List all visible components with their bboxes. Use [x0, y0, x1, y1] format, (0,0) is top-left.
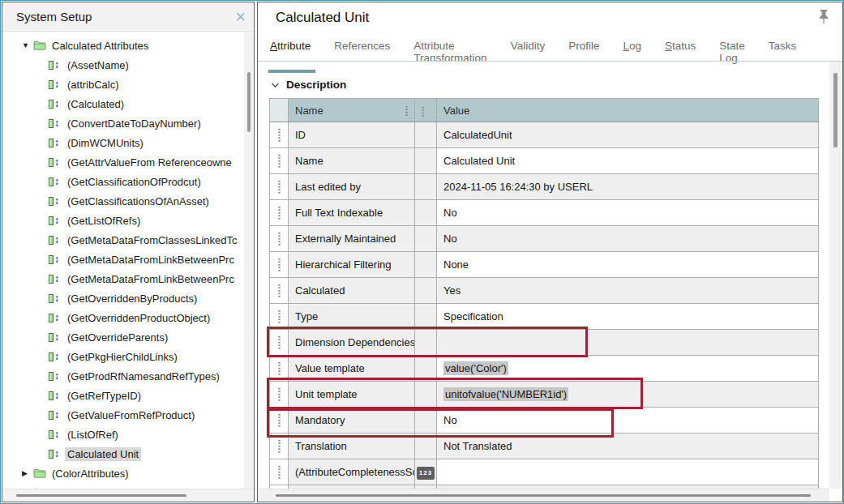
tree-item[interactable]: ↕(GetOverrideParents) — [2, 327, 244, 347]
tree-folder-calculated-attributes[interactable]: ▼ Calculated Attributes — [2, 36, 244, 55]
tree-folder-colorattributes[interactable]: ▶ (ColorAttributes) — [2, 463, 244, 483]
left-vertical-scrollbar-thumb[interactable] — [247, 72, 251, 132]
tab-tasks[interactable]: Tasks — [769, 40, 797, 71]
left-horizontal-scrollbar-thumb[interactable] — [16, 494, 186, 497]
right-vertical-scrollbar-thumb[interactable] — [833, 73, 838, 147]
attribute-icon: ↕ — [49, 197, 65, 206]
row-name: Full Text Indexable — [289, 200, 415, 226]
row-value[interactable]: Specification — [437, 304, 819, 330]
tree-item-label: (GetListOfRefs) — [65, 214, 143, 228]
tree-item-label: Calculated Unit — [65, 447, 141, 461]
tab-attribute[interactable]: Attribute — [270, 40, 311, 71]
tab-status[interactable]: Status — [665, 40, 696, 71]
row-value[interactable]: Yes — [437, 278, 819, 304]
column-menu-icon[interactable] — [405, 105, 408, 116]
tree-item[interactable]: ↕(GetValueFromRefProduct) — [2, 405, 244, 425]
table-row-name: NameCalculated Unit — [270, 148, 819, 174]
table-row-id: IDCalculatedUnit — [270, 122, 819, 148]
row-value[interactable]: No — [437, 226, 819, 252]
tree-item[interactable]: ↕(GetAttrValueFrom Referenceowne — [2, 152, 244, 172]
expand-arrow-icon[interactable]: ▼ — [22, 41, 33, 49]
folder-icon — [33, 41, 49, 50]
tree-item[interactable]: ↕(GetRefTypeID) — [2, 386, 244, 405]
attribute-icon: ↕ — [49, 216, 65, 225]
table-row-full-text-indexable: Full Text IndexableNo — [270, 200, 819, 226]
tab-references[interactable]: References — [334, 40, 390, 71]
right-horizontal-scrollbar[interactable] — [258, 489, 829, 502]
tree-item[interactable]: ↕(DimWCMUnits) — [2, 133, 244, 152]
tree-item-label: (GetMetaDataFromLinkBetweenPrc — [65, 272, 237, 286]
left-panel-title: System Setup — [16, 10, 235, 23]
row-name: Unit template — [289, 382, 415, 408]
tree-item[interactable]: ↕(GetMetaDataFromClassesLinkedTc — [2, 230, 244, 250]
tree-item[interactable]: ↕(ListOfRef) — [2, 425, 244, 444]
tree-item[interactable]: ↕(GetOverriddenProductObject) — [2, 308, 244, 327]
row-value[interactable]: Not Translated — [437, 434, 819, 459]
right-horizontal-scrollbar-thumb[interactable] — [276, 494, 811, 497]
drag-handle-icon — [278, 361, 281, 375]
tab-log[interactable]: Log — [623, 40, 641, 71]
tree-item-label: (ConvertDateToDayNumber) — [65, 117, 204, 130]
right-vertical-scrollbar[interactable] — [829, 62, 842, 489]
tree-item[interactable]: ↕(attribCalc) — [2, 75, 244, 94]
tree-item[interactable]: ↕(GetClassificationsOfAnAsset) — [2, 191, 244, 211]
attribute-icon: ↕ — [49, 255, 65, 264]
tree-item[interactable]: ↕(GetOverriddenByProducts) — [2, 288, 244, 308]
left-horizontal-scrollbar[interactable] — [2, 489, 254, 502]
table-header-row: Name Value — [270, 99, 819, 122]
tab-profile[interactable]: Profile — [568, 40, 599, 71]
tab-state-log[interactable]: State Log — [719, 40, 745, 71]
attribute-icon: ↕ — [49, 450, 65, 459]
row-value[interactable]: CalculatedUnit — [437, 122, 819, 148]
tree-item[interactable]: ↕(GetProdRfNamesandRefTypes) — [2, 366, 244, 386]
tree-item[interactable]: ↕(GetPkgHierChildLinks) — [2, 347, 244, 366]
row-value[interactable]: 2024-11-05 16:24:30 by USERL — [437, 174, 819, 200]
row-value[interactable] — [437, 330, 819, 356]
drag-handle-icon — [278, 128, 281, 142]
tree-item[interactable]: ↕(GetListOfRefs) — [2, 211, 244, 230]
table-row-translation: TranslationNot Translated — [270, 434, 819, 459]
header-name[interactable]: Name — [289, 99, 415, 122]
chevron-down-icon[interactable] — [271, 82, 280, 88]
tree-item[interactable]: ↕(GetMetaDataFromLinkBetweenPrc — [2, 269, 244, 288]
drag-handle-icon — [278, 154, 281, 168]
attribute-icon: ↕ — [49, 294, 65, 303]
header-value[interactable]: Value — [437, 99, 819, 122]
table-row-calculated: CalculatedYes — [270, 278, 819, 304]
tab-validity[interactable]: Validity — [511, 40, 546, 71]
column-menu-icon[interactable] — [422, 106, 424, 117]
attribute-icon: ↕ — [49, 100, 65, 109]
row-value[interactable]: Calculated Unit — [437, 148, 819, 174]
tree-item[interactable]: ↕(GetClassificationOfProdcut) — [2, 172, 244, 191]
row-value[interactable]: No — [437, 200, 819, 226]
tree-item[interactable]: ↕(ConvertDateToDayNumber) — [2, 113, 244, 133]
row-value[interactable]: No — [437, 408, 819, 434]
tree-item-label: (GetClassificationOfProdcut) — [65, 175, 204, 189]
row-value[interactable] — [437, 459, 819, 485]
table-row-dimension-dependencies: Dimension Dependencies — [270, 330, 819, 356]
left-vertical-scrollbar[interactable] — [244, 32, 254, 489]
tab-attribute-transformation[interactable]: Attribute Transformation — [413, 40, 486, 71]
row-value[interactable]: None — [437, 252, 819, 278]
description-section-header[interactable]: Description — [271, 79, 346, 91]
collapse-arrow-icon[interactable]: ▶ — [22, 469, 33, 477]
tree-folder-compliance[interactable]: ▶ (Compliance) — [2, 483, 244, 489]
drag-handle-icon — [278, 206, 281, 220]
tree-item-label: (GetValueFromRefProduct) — [65, 408, 197, 422]
highlighted-value: unitofvalue('NUMBER1id') — [443, 387, 568, 401]
row-name: Type — [289, 304, 415, 330]
row-value[interactable]: unitofvalue('NUMBER1id') — [437, 382, 819, 408]
tree-item[interactable]: ↕(Calculated) — [2, 94, 244, 113]
tree-item[interactable]: ↕(AssetName) — [2, 55, 244, 75]
tree-item[interactable]: ↕(GetMetaDataFromLinkBetweenPrc — [2, 250, 244, 269]
properties-table: Name Value IDCalculatedUnit NameCalculat… — [269, 98, 819, 491]
header-type-column[interactable] — [415, 99, 437, 122]
tree-item-selected[interactable]: ↕Calculated Unit — [2, 444, 244, 463]
section-title: Description — [286, 79, 346, 91]
row-name: Name — [289, 148, 415, 174]
tree-item-label: (Calculated) — [65, 97, 126, 111]
close-icon[interactable]: × — [235, 9, 246, 25]
pin-icon[interactable] — [818, 9, 829, 25]
attribute-icon: ↕ — [49, 61, 65, 70]
row-value[interactable]: value('Color') — [437, 356, 819, 382]
